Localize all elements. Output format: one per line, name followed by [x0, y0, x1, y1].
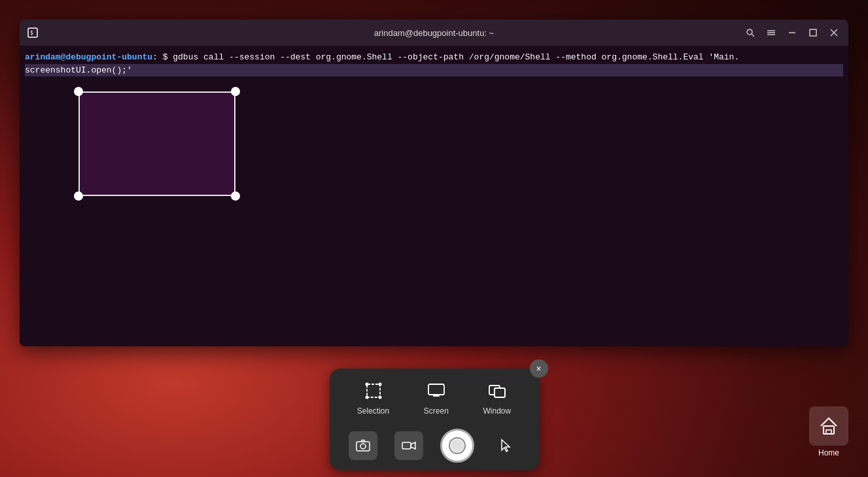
maximize-icon — [808, 27, 818, 38]
home-label: Home — [818, 448, 839, 457]
svg-rect-24 — [402, 442, 411, 449]
svg-point-25 — [451, 439, 464, 452]
pointer-tool-button[interactable] — [491, 431, 520, 460]
terminal-tab-icon: $ — [25, 25, 41, 41]
menu-button[interactable] — [762, 24, 780, 42]
video-icon — [402, 438, 416, 453]
search-button[interactable] — [741, 24, 759, 42]
handle-top-right[interactable] — [231, 87, 240, 96]
svg-rect-22 — [356, 442, 370, 451]
selection-rectangle[interactable] — [78, 91, 235, 196]
toolbar-tools-row — [340, 429, 529, 463]
terminal-titlebar: $ arindam@debugpoint-ubuntu: ~ — [20, 20, 848, 46]
prompt-user: arindam@debugpoint-ubuntu — [25, 52, 152, 62]
titlebar-right — [741, 24, 843, 42]
camera-icon — [356, 438, 370, 453]
cursor-icon — [498, 438, 513, 453]
toolbar-item-selection[interactable]: Selection — [349, 376, 397, 421]
hamburger-icon — [766, 27, 776, 38]
svg-point-2 — [747, 29, 752, 35]
minimize-icon — [787, 27, 797, 38]
terminal-window: $ arindam@debugpoint-ubuntu: ~ — [20, 20, 848, 346]
toolbar-close-button[interactable]: × — [530, 359, 548, 378]
home-icon — [818, 416, 839, 436]
toolbar-item-screen[interactable]: Screen — [416, 376, 457, 421]
svg-point-12 — [365, 383, 368, 386]
svg-point-15 — [378, 396, 381, 399]
toolbar-item-window[interactable]: Window — [475, 376, 519, 421]
terminal-body: arindam@debugpoint-ubuntu: $ gdbus call … — [20, 46, 848, 346]
svg-line-3 — [752, 34, 754, 37]
capture-button[interactable] — [440, 429, 474, 463]
search-icon — [745, 27, 755, 38]
svg-point-14 — [365, 396, 368, 399]
record-tool-button[interactable] — [394, 431, 423, 460]
screenshot-toolbar: × Selection — [330, 369, 539, 470]
svg-rect-20 — [495, 388, 505, 397]
home-shortcut[interactable]: Home — [809, 406, 848, 457]
capture-circle-icon — [448, 436, 466, 455]
minimize-button[interactable] — [783, 24, 801, 42]
handle-bottom-right[interactable] — [231, 191, 240, 201]
selection-mode-icon — [364, 382, 383, 403]
svg-point-23 — [360, 444, 366, 449]
terminal-title: arindam@debugpoint-ubuntu: ~ — [374, 28, 494, 38]
maximize-button[interactable] — [804, 24, 822, 42]
screenshot-tool-button[interactable] — [349, 431, 377, 460]
svg-rect-16 — [428, 384, 444, 395]
toolbar-mode-row: Selection Screen Window — [340, 376, 529, 421]
handle-top-left[interactable] — [74, 87, 83, 96]
close-button[interactable] — [825, 24, 843, 42]
svg-rect-8 — [810, 29, 816, 36]
window-mode-label: Window — [483, 406, 511, 416]
terminal-prompt-line1: arindam@debugpoint-ubuntu: $ gdbus call … — [25, 51, 843, 64]
svg-rect-11 — [367, 384, 380, 397]
selection-area-container — [72, 85, 242, 203]
svg-point-13 — [378, 383, 381, 386]
close-icon — [829, 27, 839, 38]
screen-mode-icon — [427, 382, 445, 403]
handle-bottom-left[interactable] — [74, 191, 83, 201]
terminal-prompt-line2: screenshotUI.open();' — [25, 64, 843, 77]
selection-mode-label: Selection — [357, 406, 389, 416]
window-mode-icon — [488, 382, 506, 403]
titlebar-left: $ — [25, 25, 41, 41]
home-icon-box — [809, 406, 848, 446]
svg-text:$: $ — [30, 30, 33, 36]
screen-mode-label: Screen — [424, 406, 449, 416]
